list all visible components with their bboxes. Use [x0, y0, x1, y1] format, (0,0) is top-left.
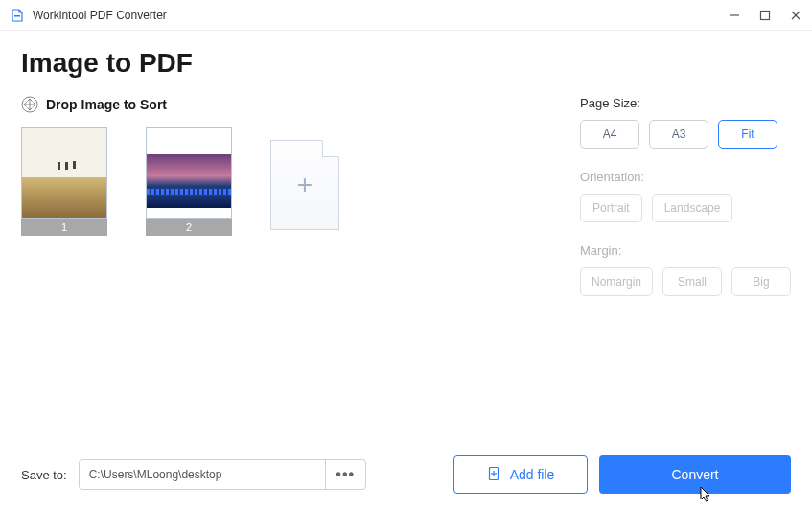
- maximize-button[interactable]: [758, 9, 772, 22]
- page-size-label: Page Size:: [580, 96, 791, 110]
- plus-icon: +: [297, 170, 313, 200]
- options-panel: Page Size: A4 A3 Fit Orientation: Portra…: [570, 96, 791, 317]
- orientation-label: Orientation:: [580, 170, 791, 184]
- page-size-a3[interactable]: A3: [649, 120, 708, 149]
- thumbnail-preview: [21, 127, 107, 219]
- app-title: Workintool PDF Converter: [33, 9, 728, 22]
- margin-label: Margin:: [580, 244, 791, 258]
- close-button[interactable]: [789, 9, 802, 22]
- app-logo-icon: [10, 8, 25, 23]
- browse-button[interactable]: •••: [325, 460, 365, 489]
- convert-button[interactable]: Convert: [599, 455, 791, 494]
- add-file-icon: [487, 466, 502, 484]
- minimize-button[interactable]: [728, 9, 741, 22]
- save-to-label: Save to:: [21, 468, 67, 482]
- margin-none: Nomargin: [580, 267, 653, 296]
- convert-label: Convert: [671, 467, 718, 482]
- page-title: Image to PDF: [0, 31, 812, 86]
- titlebar: Workintool PDF Converter: [0, 0, 812, 31]
- page-size-fit[interactable]: Fit: [718, 120, 777, 149]
- save-path-input[interactable]: [80, 460, 325, 489]
- image-panel: Drop Image to Sort 1 2 +: [21, 96, 551, 317]
- save-path-group: •••: [79, 459, 366, 490]
- cursor-icon: [700, 486, 713, 507]
- add-file-button[interactable]: Add file: [453, 455, 588, 494]
- move-icon: [21, 96, 38, 113]
- thumbnail-index: 2: [146, 219, 232, 236]
- page-size-a4[interactable]: A4: [580, 120, 639, 149]
- sort-label: Drop Image to Sort: [46, 97, 167, 112]
- svg-rect-0: [14, 15, 20, 17]
- thumbnail-preview: [146, 127, 232, 219]
- footer-bar: Save to: ••• Add file Convert: [0, 455, 812, 494]
- orientation-landscape: Landscape: [652, 194, 733, 222]
- add-image-tile[interactable]: +: [270, 140, 339, 230]
- margin-big: Big: [731, 267, 791, 296]
- margin-small: Small: [662, 267, 722, 296]
- add-file-label: Add file: [510, 467, 555, 482]
- window-controls: [728, 9, 802, 22]
- thumbnail-list: 1 2 +: [21, 127, 551, 236]
- svg-rect-2: [761, 11, 770, 19]
- orientation-portrait: Portrait: [580, 194, 642, 222]
- image-thumbnail[interactable]: 1: [21, 127, 107, 236]
- thumbnail-index: 1: [21, 219, 107, 236]
- image-thumbnail[interactable]: 2: [146, 127, 232, 236]
